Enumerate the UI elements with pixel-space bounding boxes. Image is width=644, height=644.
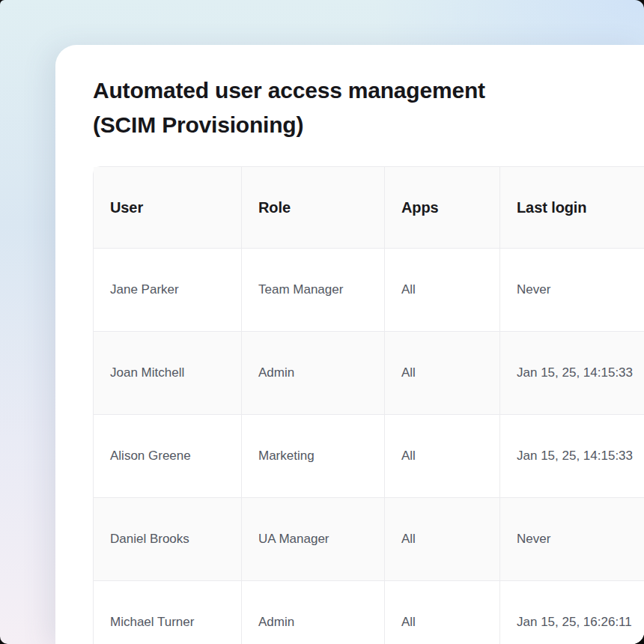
user-cell: Joan Mitchell: [94, 332, 242, 415]
user-cell: Daniel Brooks: [94, 498, 242, 581]
apps-cell: All: [385, 249, 500, 332]
role-cell: Admin: [242, 332, 385, 415]
content-card: Automated user access management (SCIM P…: [55, 45, 644, 644]
table-header-row: User Role Apps Last login: [94, 167, 644, 249]
last-login-cell: Jan 15, 25, 16:26:11: [500, 581, 644, 644]
table-row[interactable]: Michael Turner Admin All Jan 15, 25, 16:…: [94, 581, 644, 644]
column-header-user: User: [94, 167, 242, 249]
last-login-cell: Jan 15, 25, 14:15:33: [500, 415, 644, 498]
role-cell: UA Manager: [242, 498, 385, 581]
page-title-line1: Automated user access management: [93, 73, 644, 108]
column-header-apps: Apps: [385, 167, 500, 249]
users-table: User Role Apps Last login Jane Parker Te…: [93, 166, 644, 644]
last-login-cell: Never: [500, 249, 644, 332]
role-cell: Admin: [242, 581, 385, 644]
apps-cell: All: [385, 415, 500, 498]
apps-cell: All: [385, 332, 500, 415]
last-login-cell: Never: [500, 498, 644, 581]
table-row[interactable]: Joan Mitchell Admin All Jan 15, 25, 14:1…: [94, 332, 644, 415]
apps-cell: All: [385, 498, 500, 581]
user-cell: Alison Greene: [94, 415, 242, 498]
user-cell: Jane Parker: [94, 249, 242, 332]
table-row[interactable]: Alison Greene Marketing All Jan 15, 25, …: [94, 415, 644, 498]
role-cell: Team Manager: [242, 249, 385, 332]
table-row[interactable]: Jane Parker Team Manager All Never: [94, 249, 644, 332]
role-cell: Marketing: [242, 415, 385, 498]
column-header-last-login: Last login: [500, 167, 644, 249]
apps-cell: All: [385, 581, 500, 644]
page-title-line2: (SCIM Provisioning): [93, 108, 644, 142]
page-title: Automated user access management (SCIM P…: [93, 73, 644, 142]
last-login-cell: Jan 15, 25, 14:15:33: [500, 332, 644, 415]
table-row[interactable]: Daniel Brooks UA Manager All Never: [94, 498, 644, 581]
page-background: Automated user access management (SCIM P…: [0, 0, 644, 644]
user-cell: Michael Turner: [94, 581, 242, 644]
column-header-role: Role: [242, 167, 385, 249]
